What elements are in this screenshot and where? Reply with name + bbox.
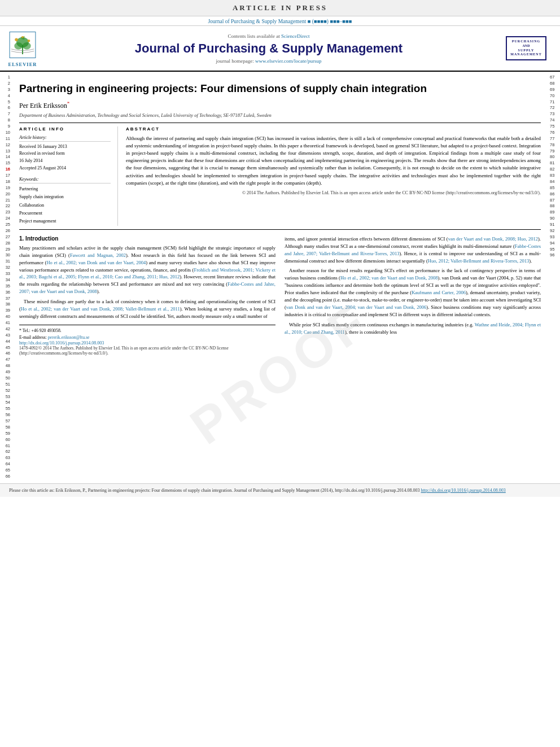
copyright-line: © 2014 The Authors. Published by Elsevie…: [126, 190, 541, 195]
svg-point-3: [14, 42, 23, 50]
body-columns: 1. Introduction Many practitioners and s…: [19, 235, 541, 356]
homepage-link[interactable]: www.elsevier.com/locate/pursup: [255, 58, 321, 64]
article-info: ARTICLE INFO Article history: Received 1…: [19, 126, 118, 226]
sciencedirect-link[interactable]: ScienceDirect: [281, 33, 309, 39]
journal-title-center: Contents lists available at ScienceDirec…: [40, 33, 498, 64]
doi-link[interactable]: http://dx.doi.org/10.1016/j.pursup.2014.…: [19, 340, 275, 346]
main-content: Partnering in engineering projects: Four…: [12, 72, 548, 480]
article-title: Partnering in engineering projects: Four…: [19, 82, 541, 96]
email-link[interactable]: pererik.eriksson@ltu.se: [48, 335, 90, 340]
journal-logo-right: PURCHASING AND SUPPLY MANAGEMENT: [504, 36, 549, 60]
article-history-label: Article history:: [19, 135, 111, 142]
elsevier-logo: 🌿 ELSEVIER: [6, 29, 40, 67]
article-info-heading: ARTICLE INFO: [19, 126, 111, 132]
svg-point-4: [23, 42, 31, 50]
author-footnote-marker: *: [67, 101, 70, 106]
author-name: Per Erik Eriksson*: [19, 101, 541, 110]
elsevier-tree-icon: 🌿: [6, 29, 40, 60]
body-col-right: items, and ignore potential interaction …: [285, 235, 541, 356]
abstract-heading: ABSTRACT: [126, 126, 541, 132]
line-numbers-right: 67 68 69 70 71 72 73 74 75 76 77 78 79 8…: [548, 72, 560, 480]
footnotes-left: * Tel.: +46 920 493058. E-mail address: …: [19, 325, 275, 340]
affiliation: Department of Business Administration, T…: [19, 112, 541, 118]
intro-body-left: Many practitioners and scholars active i…: [19, 244, 275, 320]
keywords-label: Keywords:: [19, 177, 111, 184]
journal-main-title: Journal of Purchasing & Supply Managemen…: [40, 41, 498, 56]
abstract-text: Although the interest of partnering and …: [126, 135, 541, 187]
page-body: 1 2 3 4 5 6 7 8 9 10 11 12 13 14 15 16 1…: [0, 72, 560, 480]
aip-banner: ARTICLE IN PRESS: [0, 0, 560, 16]
quote-that: that: [533, 275, 541, 281]
contents-available: Contents lists available at ScienceDirec…: [40, 33, 498, 39]
journal-logo-box: PURCHASING AND SUPPLY MANAGEMENT: [506, 36, 546, 60]
info-abstract-section: ARTICLE INFO Article history: Received 1…: [19, 123, 541, 230]
intro-body-right: items, and ignore potential interaction …: [285, 235, 541, 336]
keywords-list: Partnering Supply chain integration Coll…: [19, 185, 111, 226]
journal-homepage: journal homepage: www.elsevier.com/locat…: [40, 58, 498, 64]
svg-point-6: [28, 40, 30, 42]
line-numbers-left: 1 2 3 4 5 6 7 8 9 10 11 12 13 14 15 16 1…: [0, 72, 12, 480]
citation-doi-link[interactable]: http://dx.doi.org/10.1016/j.pursup.2014.…: [421, 488, 506, 493]
journal-ref-line: Journal of Purchasing & Supply Managemen…: [0, 16, 560, 25]
article-dates: Received 16 January 2013 Received in rev…: [19, 143, 111, 172]
journal-header: 🌿 ELSEVIER Contents lists available at S…: [0, 25, 560, 72]
svg-point-7: [21, 36, 24, 38]
intro-heading: 1. Introduction: [19, 235, 275, 242]
article-abstract: ABSTRACT Although the interest of partne…: [118, 126, 541, 226]
body-col-left: 1. Introduction Many practitioners and s…: [19, 235, 275, 356]
svg-point-5: [15, 38, 18, 42]
citation-bar: Please cite this article as: Erik Erikss…: [0, 483, 560, 497]
issn-line: 1478-4092/© 2014 The Authors. Published …: [19, 346, 275, 356]
elsevier-label: ELSEVIER: [8, 62, 37, 67]
